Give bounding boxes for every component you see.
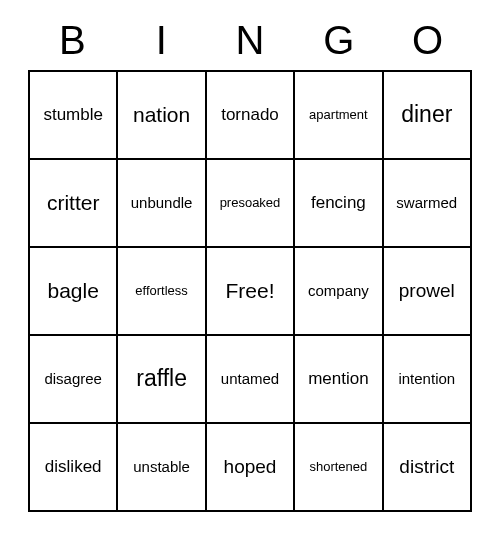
bingo-cell-0-2[interactable]: tornado (206, 71, 294, 159)
bingo-cell-4-4[interactable]: district (383, 423, 471, 511)
header-letter-i: I (117, 20, 206, 60)
bingo-cell-label: intention (398, 371, 455, 388)
bingo-card: B I N G O stumblenationtornadoapartmentd… (28, 20, 472, 512)
header-letter-g: G (294, 20, 383, 60)
bingo-cell-label: apartment (309, 108, 368, 122)
bingo-cell-label: effortless (135, 284, 188, 298)
bingo-cell-2-4[interactable]: prowel (383, 247, 471, 335)
bingo-cell-label: nation (133, 103, 190, 126)
bingo-cell-2-1[interactable]: effortless (117, 247, 205, 335)
bingo-cell-label: diner (401, 102, 452, 127)
bingo-cell-0-3[interactable]: apartment (294, 71, 382, 159)
header-letter-o: O (383, 20, 472, 60)
bingo-cell-0-1[interactable]: nation (117, 71, 205, 159)
bingo-cell-label: tornado (221, 106, 279, 125)
bingo-cell-3-3[interactable]: mention (294, 335, 382, 423)
bingo-cell-1-0[interactable]: critter (29, 159, 117, 247)
bingo-cell-label: raffle (136, 366, 187, 391)
header-letter-n: N (206, 20, 295, 60)
bingo-cell-label: disliked (45, 458, 102, 477)
bingo-header: B I N G O (28, 20, 472, 60)
header-letter-b: B (28, 20, 117, 60)
bingo-cell-label: unbundle (131, 195, 193, 212)
bingo-cell-label: disagree (44, 371, 102, 388)
bingo-cell-label: district (399, 457, 454, 478)
bingo-cell-3-4[interactable]: intention (383, 335, 471, 423)
bingo-cell-label: mention (308, 370, 368, 389)
bingo-cell-label: critter (47, 191, 100, 214)
bingo-cell-2-0[interactable]: bagle (29, 247, 117, 335)
bingo-cell-label: bagle (48, 279, 99, 302)
bingo-cell-2-3[interactable]: company (294, 247, 382, 335)
bingo-grid: stumblenationtornadoapartmentdinercritte… (28, 70, 472, 512)
bingo-cell-label: unstable (133, 459, 190, 476)
bingo-cell-3-0[interactable]: disagree (29, 335, 117, 423)
bingo-cell-4-3[interactable]: shortened (294, 423, 382, 511)
bingo-cell-3-2[interactable]: untamed (206, 335, 294, 423)
bingo-cell-label: swarmed (396, 195, 457, 212)
bingo-cell-0-0[interactable]: stumble (29, 71, 117, 159)
bingo-cell-1-4[interactable]: swarmed (383, 159, 471, 247)
bingo-cell-0-4[interactable]: diner (383, 71, 471, 159)
bingo-cell-1-2[interactable]: presoaked (206, 159, 294, 247)
bingo-cell-2-2[interactable]: Free! (206, 247, 294, 335)
bingo-cell-label: untamed (221, 371, 279, 388)
bingo-cell-label: company (308, 283, 369, 300)
bingo-cell-label: stumble (43, 106, 103, 125)
bingo-cell-4-1[interactable]: unstable (117, 423, 205, 511)
bingo-cell-label: fencing (311, 194, 366, 213)
bingo-cell-4-2[interactable]: hoped (206, 423, 294, 511)
bingo-cell-1-3[interactable]: fencing (294, 159, 382, 247)
bingo-cell-3-1[interactable]: raffle (117, 335, 205, 423)
bingo-cell-1-1[interactable]: unbundle (117, 159, 205, 247)
bingo-cell-4-0[interactable]: disliked (29, 423, 117, 511)
bingo-cell-label: presoaked (220, 196, 281, 210)
bingo-cell-label: hoped (224, 457, 277, 478)
bingo-cell-label: shortened (309, 460, 367, 474)
bingo-cell-label: prowel (399, 281, 455, 302)
bingo-cell-label: Free! (225, 279, 274, 302)
